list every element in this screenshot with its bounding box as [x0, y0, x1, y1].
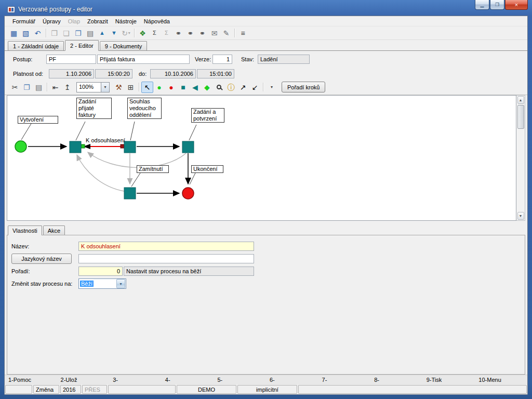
- diagram-canvas[interactable]: Vytvoření Zadání přijaté faktury Souhlas…: [7, 95, 516, 221]
- node-label-zadani-a-potvrzeni[interactable]: Zadání a potvrzení: [191, 108, 224, 123]
- cut-button[interactable]: ✂: [9, 82, 21, 93]
- maximize-button[interactable]: ❐: [490, 0, 504, 10]
- transition-end-handle[interactable]: [121, 144, 124, 148]
- jazykovy-nazev-input[interactable]: [78, 254, 254, 263]
- node-label-zadani-prijate-faktury[interactable]: Zadání přijaté faktury: [76, 98, 112, 119]
- poradi-input[interactable]: 0: [78, 267, 123, 276]
- align-left-button[interactable]: ⇤: [49, 82, 61, 93]
- tab-vlastnosti[interactable]: Vlastnosti: [8, 225, 42, 235]
- start-node[interactable]: [15, 141, 26, 152]
- menu-zobrazit[interactable]: Zobrazit: [84, 17, 112, 25]
- zoom-dropdown-button[interactable]: ▾: [101, 82, 110, 92]
- list-menu-button[interactable]: ≡: [237, 28, 249, 39]
- grid-settings-button[interactable]: ⊞: [125, 82, 137, 93]
- menu-upravy[interactable]: Úpravy: [39, 17, 64, 25]
- undo-button[interactable]: ↶: [32, 28, 44, 39]
- step-node-tool-button[interactable]: ■: [177, 82, 189, 93]
- transition-start-handle[interactable]: [81, 144, 85, 148]
- verze-field[interactable]: 1: [212, 55, 232, 64]
- nazev-input[interactable]: K odsouhlasení: [78, 242, 254, 251]
- hierarchy-button[interactable]: ❖: [137, 28, 149, 39]
- find-next-button[interactable]: ⚭: [184, 28, 196, 39]
- find-button[interactable]: ⚭: [172, 28, 184, 39]
- combobox-dropdown-button[interactable]: ▾: [116, 279, 125, 288]
- pointer-tool-button[interactable]: ↖: [141, 82, 153, 93]
- refresh-button[interactable]: ↻▾: [120, 28, 132, 39]
- sum-button[interactable]: Σ: [149, 28, 161, 39]
- transition-label-k-odsouhlaseni[interactable]: K odsouhlasení: [86, 137, 125, 144]
- status-empty: [5, 385, 32, 394]
- fkey-8[interactable]: 8-: [370, 377, 423, 383]
- move-down-button[interactable]: ▼: [108, 28, 120, 39]
- triangle-node-tool-button[interactable]: ◀: [189, 82, 201, 93]
- fkey-4[interactable]: 4-: [162, 377, 214, 383]
- fkey-2[interactable]: 2-Ulož: [57, 377, 110, 383]
- paste-button[interactable]: ▤: [33, 82, 45, 93]
- close-button[interactable]: ×: [505, 0, 528, 10]
- mail-button[interactable]: ✉: [208, 28, 220, 39]
- platnost-od-date-field[interactable]: 1.10.2006: [49, 69, 94, 78]
- platnost-do-date-field[interactable]: 10.10.2006: [150, 69, 196, 78]
- paste-button[interactable]: ▤: [84, 28, 96, 39]
- more-tools-dropdown[interactable]: ▾: [265, 82, 277, 93]
- minimize-button[interactable]: ▁: [475, 0, 489, 10]
- step-node-zadani-a-potvrzeni[interactable]: [182, 141, 194, 153]
- node-label-ukonceni[interactable]: Ukončení: [191, 165, 223, 173]
- process-state-combobox[interactable]: Běží ▾: [78, 278, 126, 289]
- node-label-vytvoreni[interactable]: Vytvoření: [18, 116, 58, 124]
- step-node-zadani-prijate-faktury[interactable]: [70, 141, 81, 153]
- generator-button[interactable]: ⚒: [113, 82, 125, 93]
- fkey-5[interactable]: 5-: [214, 377, 266, 383]
- node-label-souhlas[interactable]: Souhlas vedoucího oddělení: [127, 98, 162, 119]
- order-of-steps-button[interactable]: Pořadí kroků: [282, 82, 325, 92]
- tab-dokumenty[interactable]: 9 - Dokumenty: [100, 41, 148, 50]
- move-up-button[interactable]: ▲: [96, 28, 108, 39]
- info-tool-button[interactable]: ⓘ: [225, 82, 237, 93]
- end-node[interactable]: [182, 188, 194, 199]
- vertical-scrollbar[interactable]: ▲ ▼: [516, 95, 525, 221]
- step-node-zamitnuti[interactable]: [124, 188, 136, 199]
- new-button[interactable]: ❏: [60, 28, 72, 39]
- fkey-10[interactable]: 10-Menu: [475, 377, 527, 383]
- save-button[interactable]: ▦: [8, 28, 20, 39]
- end-node-tool-button[interactable]: ●: [165, 82, 177, 93]
- menu-formular[interactable]: Formulář: [9, 17, 39, 25]
- step-node-souhlas-vedouciho-oddeleni[interactable]: [124, 141, 136, 153]
- decision-node-tool-button[interactable]: ◆: [201, 82, 213, 93]
- copy-button[interactable]: ❐: [21, 82, 33, 93]
- platnost-od-time-field[interactable]: 15:00:20: [95, 69, 132, 78]
- jazykovy-nazev-button[interactable]: Jazykový název: [11, 254, 72, 264]
- tab-editor[interactable]: 2 - Editor: [65, 40, 99, 51]
- find-new-button[interactable]: ⚭: [196, 28, 208, 39]
- tab-akce[interactable]: Akce: [43, 225, 65, 235]
- tab-zakladni-udaje[interactable]: 1 - Základní údaje: [8, 41, 64, 50]
- postup-code-field[interactable]: PF: [46, 55, 96, 64]
- arrow-ne-tool-button[interactable]: ↗: [237, 82, 249, 93]
- fkey-7[interactable]: 7-: [318, 377, 371, 383]
- zoom-tool-button[interactable]: [213, 82, 225, 93]
- edit-button[interactable]: ✎: [220, 28, 232, 39]
- zoom-combobox[interactable]: 100% ▾: [76, 82, 110, 92]
- scroll-up-button[interactable]: ▲: [517, 96, 524, 104]
- save-as-button[interactable]: ▧: [20, 28, 32, 39]
- open-button[interactable]: ❒: [48, 28, 60, 39]
- scroll-down-button[interactable]: ▼: [517, 212, 524, 220]
- stav-field[interactable]: Ladění: [258, 55, 310, 64]
- postup-name-field[interactable]: Přijatá faktura: [97, 55, 190, 64]
- copy-button[interactable]: ❐: [72, 28, 84, 39]
- platnost-do-time-field[interactable]: 15:01:00: [197, 69, 234, 78]
- menu-napoveda[interactable]: Nápověda: [140, 17, 174, 25]
- fkey-1[interactable]: 1-Pomoc: [5, 377, 57, 383]
- node-label-zamitnuti[interactable]: Zamítnutí: [137, 165, 169, 173]
- fkey-9[interactable]: 9-Tisk: [423, 377, 475, 383]
- fkey-3[interactable]: 3-: [109, 377, 162, 383]
- combobox-selected-value[interactable]: Běží: [79, 279, 116, 288]
- arrow-sw-tool-button[interactable]: ↙: [249, 82, 261, 93]
- scrollbar-thumb[interactable]: [517, 105, 524, 129]
- fkey-6[interactable]: 6-: [266, 377, 318, 383]
- transition-gray-return[interactable]: [77, 155, 124, 191]
- zoom-value[interactable]: 100%: [76, 82, 101, 92]
- menu-nastroje[interactable]: Nástroje: [112, 17, 140, 25]
- align-top-button[interactable]: ↥: [61, 82, 73, 93]
- start-node-tool-button[interactable]: ●: [153, 82, 165, 93]
